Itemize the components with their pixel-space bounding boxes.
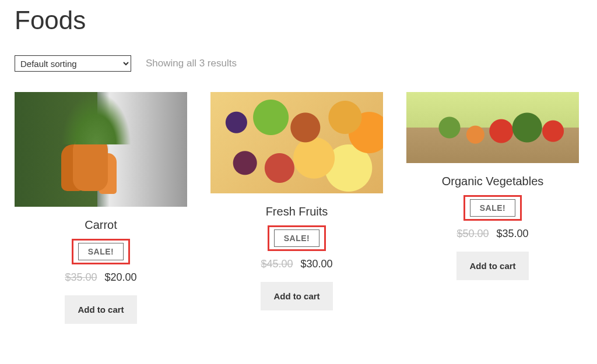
sale-highlight: SALE! (72, 239, 131, 264)
add-to-cart-button[interactable]: Add to cart (65, 295, 136, 324)
sale-badge: SALE! (470, 199, 516, 217)
product-image-vegetables[interactable] (406, 92, 579, 163)
sale-highlight: SALE! (463, 195, 522, 221)
add-to-cart-button[interactable]: Add to cart (261, 282, 332, 310)
price-row: $45.00 $30.00 (261, 258, 332, 270)
price-row: $50.00 $35.00 (456, 228, 528, 240)
product-title[interactable]: Carrot (85, 218, 117, 232)
price-new: $35.00 (497, 228, 529, 239)
sale-highlight: SALE! (268, 225, 326, 251)
product-title[interactable]: Organic Vegetables (442, 175, 544, 188)
price-old: $35.00 (65, 271, 97, 283)
price-old: $50.00 (456, 228, 489, 239)
price-row: $35.00 $20.00 (65, 271, 136, 284)
result-count: Showing all 3 results (146, 58, 237, 69)
product-title[interactable]: Fresh Fruits (266, 205, 328, 218)
product-card-carrot[interactable]: Carrot SALE! $35.00 $20.00 Add to cart (15, 92, 187, 324)
controls-row: Default sorting Showing all 3 results (15, 55, 582, 72)
sale-badge: SALE! (274, 229, 320, 247)
page-title: Foods (15, 6, 582, 35)
product-image-fruits[interactable] (210, 92, 383, 193)
price-new: $20.00 (105, 271, 137, 283)
sort-select[interactable]: Default sorting (15, 55, 131, 72)
product-card-fruits[interactable]: Fresh Fruits SALE! $45.00 $30.00 Add to … (210, 92, 383, 324)
product-image-carrot[interactable] (15, 92, 187, 207)
price-old: $45.00 (261, 258, 293, 270)
product-card-vegetables[interactable]: Organic Vegetables SALE! $50.00 $35.00 A… (406, 92, 579, 324)
add-to-cart-button[interactable]: Add to cart (456, 252, 528, 280)
price-new: $30.00 (301, 258, 333, 270)
sale-badge: SALE! (78, 243, 124, 260)
product-grid: Carrot SALE! $35.00 $20.00 Add to cart F… (15, 92, 582, 324)
